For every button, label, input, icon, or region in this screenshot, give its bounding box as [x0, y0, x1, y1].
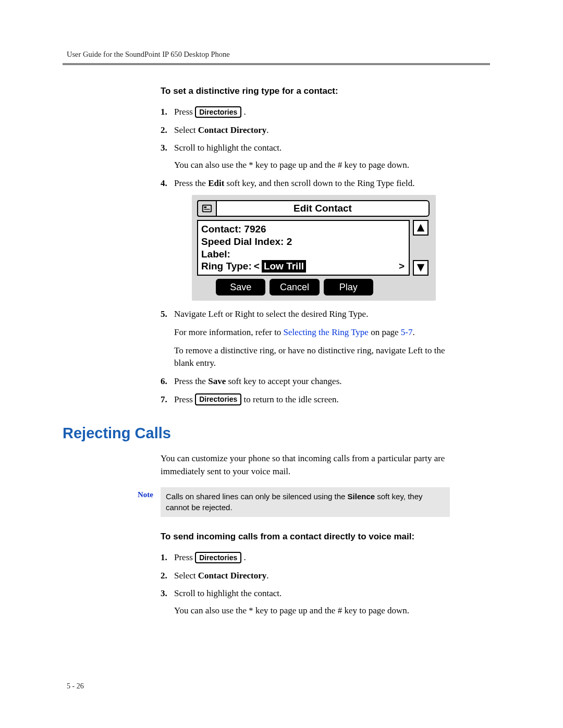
step-7-pre: Press: [174, 394, 195, 404]
link-selecting-ring-type[interactable]: Selecting the Ring Type: [284, 327, 369, 337]
step-5b-a: For more information, refer to: [174, 327, 284, 337]
svg-rect-3: [204, 209, 210, 209]
svg-rect-2: [204, 207, 207, 208]
note-text-a: Calls on shared lines can only be silenc…: [166, 492, 348, 501]
lcd-fields: Contact: 7926 Speed Dial Index: 2 Label:…: [197, 220, 410, 276]
step-1-text-pre: Press: [174, 107, 195, 117]
step-2-post: .: [266, 125, 268, 135]
page-number: 5 - 26: [67, 682, 84, 690]
step-6-b: Save: [208, 376, 226, 386]
vm-step-2: Select Contact Directory.: [161, 570, 450, 583]
lcd-title: Edit Contact: [216, 200, 430, 217]
step-3-note: You can also use the * key to page up an…: [174, 160, 409, 170]
lcd-softkey-save: Save: [216, 279, 265, 295]
step-1-text-post: .: [244, 107, 246, 117]
step-5b-b: on page: [369, 327, 401, 337]
vm-step-2-post: .: [266, 571, 268, 581]
subhead-ringtype: To set a distinctive ring type for a con…: [161, 86, 450, 96]
svg-marker-4: [417, 224, 424, 231]
contact-card-icon: [197, 200, 216, 217]
directories-button-icon: Directories: [195, 106, 241, 118]
lcd-ring-label: Ring Type:: [201, 260, 252, 273]
vm-step-1-post: .: [244, 552, 246, 562]
vm-step-1-pre: Press: [174, 552, 195, 562]
lcd-ring-right-icon: >: [398, 260, 406, 273]
steps-ringtype: Press Directories . Select Contact Direc…: [161, 106, 450, 406]
subhead-voicemail: To send incoming calls from a contact di…: [161, 532, 450, 542]
note-text-b: Silence: [348, 492, 375, 501]
directories-button-icon: Directories: [195, 393, 241, 405]
link-page-5-7[interactable]: 5-7: [401, 327, 413, 337]
lcd-softkey-cancel: Cancel: [270, 279, 319, 295]
lcd-ring-left-icon: <: [253, 260, 261, 273]
lcd-softkey-play: Play: [324, 279, 373, 295]
step-6-a: Press the: [174, 376, 208, 386]
header-rule: [63, 63, 490, 65]
vm-step-3-text: Scroll to highlight the contact.: [174, 588, 282, 598]
step-5: Navigate Left or Right to select the des…: [161, 308, 450, 370]
note-box: Calls on shared lines can only be silenc…: [161, 487, 450, 517]
vm-step-1: Press Directories .: [161, 551, 450, 564]
step-7: Press Directories to return to the idle …: [161, 393, 450, 406]
note-label: Note: [127, 487, 161, 499]
svg-rect-1: [203, 206, 211, 212]
step-4-b: Edit: [208, 178, 224, 188]
vm-step-3: Scroll to highlight the contact. You can…: [161, 587, 450, 617]
vm-step-3-note: You can also use the * key to page up an…: [174, 606, 409, 615]
step-7-post: to return to the idle screen.: [244, 394, 339, 404]
step-3-text: Scroll to highlight the contact.: [174, 143, 282, 153]
scroll-up-icon: [413, 220, 429, 236]
step-4-a: Press the: [174, 178, 208, 188]
scroll-down-icon: [413, 260, 429, 276]
lcd-label-label: Label:: [201, 249, 230, 260]
lcd-screenshot: Edit Contact Contact: 7926 Speed Dial In…: [192, 195, 436, 301]
vm-step-2-bold: Contact Directory: [198, 571, 266, 581]
steps-voicemail: Press Directories . Select Contact Direc…: [161, 551, 450, 618]
svg-marker-5: [417, 264, 424, 272]
lcd-sdi-label: Speed Dial Index:: [201, 236, 284, 247]
step-6-c: soft key to accept your changes.: [226, 376, 341, 386]
lcd-contact-label: Contact:: [201, 224, 241, 235]
lcd-ring-value: Low Trill: [262, 260, 306, 273]
step-2: Select Contact Directory.: [161, 124, 450, 137]
rejecting-intro: You can customize your phone so that inc…: [161, 452, 450, 478]
step-5b-c: .: [412, 327, 414, 337]
step-4-c: soft key, and then scroll down to the Ri…: [224, 178, 414, 188]
step-6: Press the Save soft key to accept your c…: [161, 375, 450, 388]
step-2-pre: Select: [174, 125, 198, 135]
step-5-text: Navigate Left or Right to select the des…: [174, 309, 368, 319]
running-header: User Guide for the SoundPoint IP 650 Des…: [67, 50, 490, 59]
directories-button-icon: Directories: [195, 552, 241, 564]
step-2-bold: Contact Directory: [198, 125, 266, 135]
step-1: Press Directories .: [161, 106, 450, 119]
step-5c: To remove a distinctive ring, or have no…: [174, 346, 445, 368]
lcd-sdi-value: 2: [287, 236, 292, 247]
lcd-contact-value: 7926: [244, 224, 266, 235]
step-4: Press the Edit soft key, and then scroll…: [161, 177, 450, 301]
heading-rejecting-calls: Rejecting Calls: [63, 425, 490, 442]
vm-step-2-pre: Select: [174, 571, 198, 581]
step-3: Scroll to highlight the contact. You can…: [161, 142, 450, 171]
